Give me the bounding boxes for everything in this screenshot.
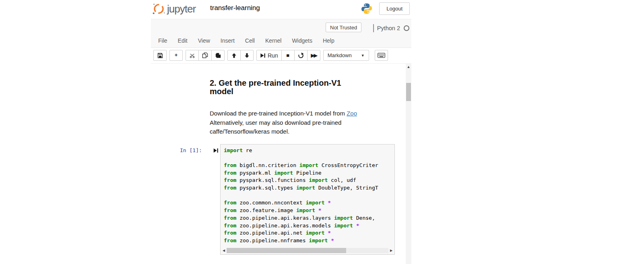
code-editor[interactable]: import re from bigdl.nn.criterion import… [220, 144, 395, 255]
markdown-cell[interactable]: 2. Get the pre-trained Inception-V1 mode… [210, 79, 367, 136]
move-cell-up-button[interactable] [227, 50, 241, 61]
markdown-paragraph: Download the pre-trained Inception-V1 mo… [210, 109, 367, 136]
step-forward-icon [213, 148, 219, 255]
code-line [224, 154, 391, 162]
keyboard-icon [378, 53, 385, 58]
jupyter-app: jupyter transfer-learning Logout Not Tru… [151, 0, 411, 264]
paragraph-text-after: Alternatively, user may also download pr… [210, 119, 341, 135]
scroll-right-icon[interactable]: ▶ [389, 249, 393, 252]
code-line: from zoo.common.nncontext import * [224, 199, 391, 207]
scroll-up-icon[interactable]: ▲ [406, 65, 411, 69]
not-trusted-button[interactable]: Not Trusted [326, 23, 361, 32]
copy-cell-button[interactable] [198, 50, 212, 61]
stop-icon: ■ [286, 53, 289, 58]
menubar: File Edit View Insert Cell Kernel Widget… [153, 35, 340, 46]
v-scrollbar-thumb[interactable] [406, 83, 411, 101]
code-line: from zoo.pipeline.nnframes import * [224, 237, 391, 245]
run-group: Run ■ ▶▶ [256, 50, 320, 61]
zoo-link[interactable]: Zoo [347, 110, 357, 117]
move-cell-down-button[interactable] [240, 50, 254, 61]
cut-cell-button[interactable] [186, 50, 199, 61]
python-logo-icon [361, 3, 372, 14]
cell-type-value: Markdown [328, 52, 361, 58]
run-icon [260, 53, 266, 58]
move-up-icon [231, 53, 237, 58]
code-horizontal-scrollbar: ◀ ▶ [222, 248, 393, 254]
add-cell-icon: + [175, 52, 178, 58]
code-line: from zoo.pipeline.api.keras.models impor… [224, 222, 391, 230]
code-line [224, 192, 391, 200]
cells-container: 2. Get the pre-trained Inception-V1 mode… [151, 64, 406, 255]
run-button-label: Run [268, 52, 278, 59]
menu-help[interactable]: Help [318, 35, 340, 46]
insert-group: + [169, 50, 183, 61]
move-group [227, 50, 254, 61]
jupyter-logo-text: jupyter [167, 3, 196, 15]
page-vertical-scrollbar: ▲ [406, 64, 411, 264]
notebook-title[interactable]: transfer-learning [210, 4, 260, 12]
restart-kernel-button[interactable] [294, 50, 308, 61]
paste-icon [215, 52, 221, 58]
interrupt-kernel-button[interactable]: ■ [281, 50, 295, 61]
prompt-column: In [1]: [177, 144, 220, 255]
menu-band: Not Trusted Python 2 File Edit View Inse… [151, 19, 411, 48]
caret-down-icon: ▼ [361, 54, 365, 58]
cell-type-dropdown[interactable]: Markdown ▼ [323, 50, 369, 61]
fast-forward-icon: ▶▶ [311, 53, 316, 58]
jupyter-logo[interactable]: jupyter [152, 2, 196, 16]
menu-edit[interactable]: Edit [173, 35, 193, 46]
code-line: from pyspark.ml import Pipeline [224, 169, 391, 177]
logout-button[interactable]: Logout [379, 2, 410, 15]
paragraph-text: Download the pre-trained Inception-V1 mo… [210, 110, 347, 117]
save-icon [157, 53, 163, 58]
command-palette-button[interactable] [375, 50, 388, 61]
menu-kernel[interactable]: Kernel [260, 35, 287, 46]
palette-group [375, 50, 388, 61]
notebook-area: 2. Get the pre-trained Inception-V1 mode… [151, 64, 411, 264]
menu-widgets[interactable]: Widgets [287, 35, 318, 46]
run-button[interactable]: Run [256, 50, 282, 61]
copy-icon [202, 52, 208, 58]
app-header: jupyter transfer-learning Logout [151, 0, 411, 19]
input-prompt: In [1]: [180, 147, 202, 255]
move-down-icon [244, 53, 250, 58]
code-line: import re [224, 147, 391, 155]
restart-run-all-button[interactable]: ▶▶ [307, 50, 320, 61]
paste-cell-button[interactable] [211, 50, 225, 61]
kernel-name: Python 2 [377, 25, 400, 31]
toolbar: + [151, 48, 411, 64]
kernel-separator [373, 24, 374, 32]
markdown-heading: 2. Get the pre-trained Inception-V1 mode… [210, 79, 367, 96]
code-line: from zoo.pipeline.api.net import * [224, 229, 391, 237]
scroll-left-icon[interactable]: ◀ [222, 249, 226, 252]
restart-icon [298, 52, 304, 58]
kernel-idle-indicator-icon [404, 25, 409, 31]
save-group [153, 50, 167, 61]
code-cell: In [1]: import re from bigdl.nn.criterio… [177, 144, 406, 255]
code-lines: import re from bigdl.nn.criterion import… [224, 147, 391, 245]
h-scrollbar-track[interactable] [227, 248, 388, 253]
code-line: from zoo.feature.image import * [224, 207, 391, 214]
h-scrollbar-thumb[interactable] [227, 248, 346, 253]
menu-cell[interactable]: Cell [240, 35, 260, 46]
code-line: from pyspark.sql.functions import col, u… [224, 177, 391, 184]
jupyter-planet-icon [152, 2, 165, 16]
cut-icon [189, 53, 195, 58]
code-line: from zoo.pipeline.api.keras.layers impor… [224, 214, 391, 222]
menu-view[interactable]: View [193, 35, 215, 46]
save-button[interactable] [153, 50, 167, 61]
menu-file[interactable]: File [153, 35, 173, 46]
kernel-status-area: Python 2 [373, 24, 409, 32]
menu-insert[interactable]: Insert [215, 35, 240, 46]
clipboard-group [186, 50, 225, 61]
add-cell-button[interactable]: + [169, 50, 183, 61]
code-line: from pyspark.sql.types import DoubleType… [224, 184, 391, 192]
code-line: from bigdl.nn.criterion import CrossEntr… [224, 162, 391, 169]
